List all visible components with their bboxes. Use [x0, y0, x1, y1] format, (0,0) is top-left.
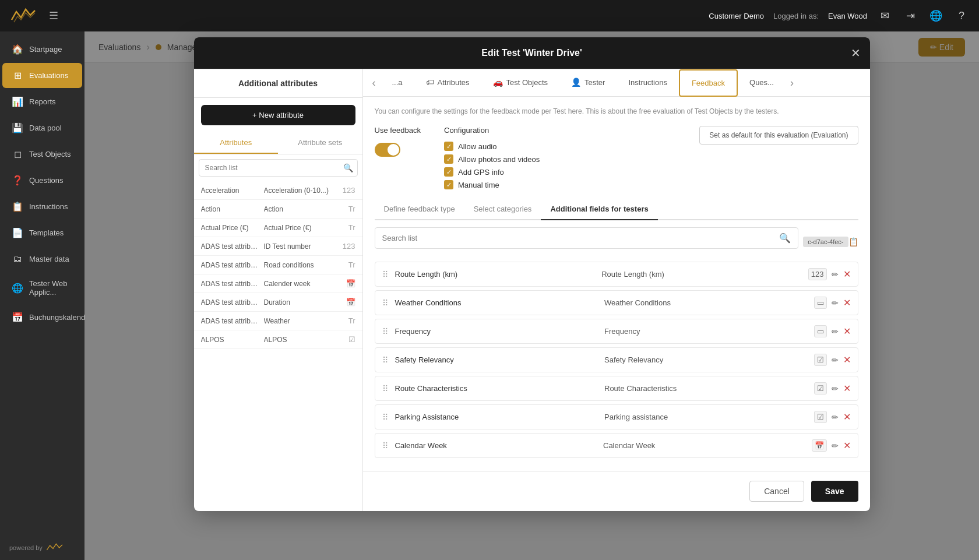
- allow-photos-checkbox[interactable]: ✓: [444, 154, 453, 164]
- field-edit-parking[interactable]: ✏: [832, 413, 839, 422]
- mail-icon[interactable]: ✉: [876, 8, 893, 24]
- add-gps-checkbox[interactable]: ✓: [444, 167, 453, 177]
- field-edit-calendar[interactable]: ✏: [832, 441, 839, 450]
- tab-attribute-sets[interactable]: Attribute sets: [278, 132, 362, 154]
- attr-search-input[interactable]: [199, 159, 358, 177]
- field-delete-weather[interactable]: ✕: [843, 297, 851, 308]
- allow-audio-checkbox[interactable]: ✓: [444, 142, 453, 151]
- set-default-button[interactable]: Set as default for this evaluation (Eval…: [699, 126, 858, 145]
- test-objects-icon: ◻: [12, 149, 23, 160]
- sidebar-label-startpage: Startpage: [29, 45, 62, 54]
- fields-search-button[interactable]: 🔍: [772, 228, 798, 248]
- sidebar-label-instructions: Instructions: [29, 202, 68, 211]
- attr-list: Acceleration Acceleration (0-10...) 123 …: [194, 181, 362, 511]
- sidebar-item-startpage[interactable]: 🏠 Startpage: [2, 37, 82, 62]
- drag-handle-icon[interactable]: ⠿: [382, 270, 388, 279]
- drag-handle-icon[interactable]: ⠿: [382, 327, 388, 336]
- tab-feedback[interactable]: Feedback: [679, 69, 738, 97]
- list-item[interactable]: ALPOS ALPOS ☑: [194, 330, 362, 349]
- field-name-parking: Parking Assistance: [395, 413, 598, 421]
- use-feedback-toggle[interactable]: [375, 143, 400, 157]
- sidebar-item-test-objects[interactable]: ◻ Test Objects: [2, 142, 82, 167]
- sub-tab-select-categories[interactable]: Select categories: [464, 199, 541, 220]
- field-edit-route-length[interactable]: ✏: [832, 270, 839, 279]
- field-delete-safety[interactable]: ✕: [843, 354, 851, 365]
- sidebar-item-tester-web[interactable]: 🌐 Tester Web Applic...: [2, 272, 82, 304]
- datapool-icon: 💾: [12, 122, 23, 133]
- tab-test-objects[interactable]: 🚗 Test Objects: [481, 69, 560, 96]
- tab-next-button[interactable]: ›: [786, 77, 798, 89]
- tab-questions[interactable]: Ques...: [738, 70, 786, 96]
- reports-icon: 📊: [12, 96, 23, 107]
- tester-web-icon: 🌐: [12, 283, 23, 294]
- field-actions-calendar: 📅 ✏ ✕: [812, 439, 851, 452]
- tab-attributes[interactable]: Attributes: [194, 132, 279, 154]
- tab-tester[interactable]: 👤 Tester: [559, 69, 617, 96]
- cancel-button[interactable]: Cancel: [749, 481, 804, 502]
- sidebar-item-buchungskalender[interactable]: 📅 Buchungskalender: [2, 305, 82, 330]
- field-type-calendar: 📅: [812, 439, 827, 452]
- field-delete-calendar[interactable]: ✕: [843, 440, 851, 451]
- field-name-safety: Safety Relevancy: [395, 355, 598, 364]
- globe-icon[interactable]: 🌐: [928, 8, 944, 24]
- drag-handle-icon[interactable]: ⠿: [382, 355, 388, 365]
- field-delete-route-length[interactable]: ✕: [843, 269, 851, 280]
- tab-instructions[interactable]: Instructions: [617, 70, 678, 96]
- list-item[interactable]: Actual Price (€) Actual Price (€) Tr: [194, 219, 362, 237]
- main-layout: 🏠 Startpage ⊞ Evaluations 📊 Reports 💾 Da…: [0, 31, 979, 560]
- sidebar-item-evaluations[interactable]: ⊞ Evaluations: [2, 63, 82, 88]
- field-value-parking: Parking assistance: [604, 413, 807, 421]
- list-item[interactable]: ADAS test attribut... Road conditions Tr: [194, 256, 362, 274]
- sub-tab-define-type[interactable]: Define feedback type: [375, 199, 464, 220]
- save-button[interactable]: Save: [811, 481, 858, 502]
- list-item[interactable]: ADAS test attribut... Weather Tr: [194, 312, 362, 330]
- menu-icon[interactable]: ☰: [49, 9, 58, 22]
- new-attribute-button[interactable]: + New attribute: [201, 105, 355, 125]
- field-delete-route-char[interactable]: ✕: [843, 383, 851, 394]
- sidebar-item-datapool[interactable]: 💾 Data pool: [2, 115, 82, 140]
- manual-time-checkbox[interactable]: ✓: [444, 180, 453, 189]
- sidebar-item-templates[interactable]: 📄 Templates: [2, 220, 82, 245]
- list-item[interactable]: ADAS test attribut... Duration 📅: [194, 293, 362, 312]
- sidebar-item-reports[interactable]: 📊 Reports: [2, 89, 82, 114]
- drag-handle-icon[interactable]: ⠿: [382, 384, 388, 393]
- field-delete-frequency[interactable]: ✕: [843, 326, 851, 337]
- fields-search-input[interactable]: [375, 229, 773, 247]
- fields-search-box: 🔍: [375, 227, 799, 249]
- sidebar-item-instructions[interactable]: 📋 Instructions: [2, 194, 82, 219]
- field-actions-weather: ▭ ✏ ✕: [814, 297, 851, 309]
- field-value-route-length: Route Length (km): [601, 270, 801, 279]
- modal-close-button[interactable]: ✕: [851, 47, 861, 59]
- list-item[interactable]: Action Action Tr: [194, 200, 362, 219]
- sidebar-item-master-data[interactable]: 🗂 Master data: [2, 246, 82, 271]
- copy-uuid-button[interactable]: 📋: [848, 237, 858, 246]
- drag-handle-icon[interactable]: ⠿: [382, 298, 388, 308]
- tab-partial[interactable]: ...a: [381, 70, 414, 96]
- drag-handle-icon[interactable]: ⠿: [382, 413, 388, 422]
- list-item[interactable]: ADAS test attribut... Calender week 📅: [194, 274, 362, 293]
- field-edit-frequency[interactable]: ✏: [832, 327, 839, 336]
- tab-attributes[interactable]: 🏷 Attributes: [414, 69, 481, 96]
- sidebar-item-questions[interactable]: ❓ Questions: [2, 168, 82, 193]
- help-icon[interactable]: ?: [953, 8, 970, 24]
- sub-tab-additional-fields[interactable]: Additional fields for testers: [541, 199, 657, 220]
- list-item[interactable]: Acceleration Acceleration (0-10...) 123: [194, 181, 362, 200]
- field-edit-route-char[interactable]: ✏: [832, 384, 839, 393]
- attributes-tab-icon: 🏷: [426, 78, 434, 87]
- list-item[interactable]: ADAS test attribut... ID Test number 123: [194, 237, 362, 256]
- field-actions-safety: ☑ ✏ ✕: [814, 354, 851, 366]
- right-panel: ‹ ...a 🏷 Attributes 🚗 Test Objects: [363, 69, 870, 511]
- configuration-section: Configuration ✓ Allow audio ✓ Allow phot…: [444, 126, 540, 189]
- logout-icon[interactable]: ⇥: [902, 8, 918, 24]
- field-edit-safety[interactable]: ✏: [832, 355, 839, 365]
- sidebar-label-master-data: Master data: [29, 255, 69, 263]
- field-actions-route-length: 123 ✏ ✕: [808, 268, 851, 280]
- field-type-route-length: 123: [808, 268, 827, 280]
- fields-search-row: 🔍 c-d7ac-4fec- 📋: [375, 227, 858, 256]
- field-delete-parking[interactable]: ✕: [843, 411, 851, 422]
- allow-audio-label: Allow audio: [458, 142, 497, 151]
- field-edit-weather[interactable]: ✏: [832, 298, 839, 308]
- field-actions-route-char: ☑ ✏ ✕: [814, 382, 851, 395]
- tab-prev-button[interactable]: ‹: [368, 77, 381, 89]
- drag-handle-icon[interactable]: ⠿: [382, 441, 388, 450]
